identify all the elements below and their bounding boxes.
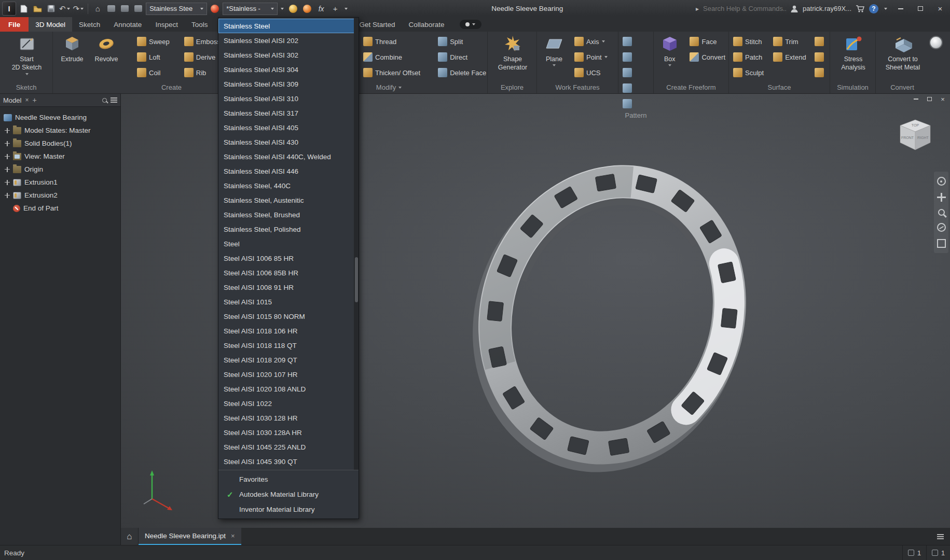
material-option[interactable]: Steel AISI 1015 bbox=[218, 295, 359, 309]
sweep-button[interactable]: Sweep bbox=[137, 34, 170, 49]
appearance-ball-orange-icon[interactable] bbox=[301, 2, 313, 16]
thicken-surface-icon[interactable] bbox=[815, 34, 824, 49]
expand-icon[interactable] bbox=[5, 128, 10, 133]
material-combo[interactable]: Stainless Stee bbox=[146, 3, 207, 15]
pattern-extra-icon[interactable] bbox=[623, 96, 632, 111]
material-option[interactable]: Steel AISI 1022 bbox=[218, 396, 359, 411]
plane-button[interactable]: Plane bbox=[541, 34, 567, 66]
help-caret-icon[interactable] bbox=[884, 8, 887, 10]
loft-button[interactable]: Loft bbox=[137, 49, 170, 65]
app-logo[interactable]: I bbox=[2, 2, 16, 16]
emboss-button[interactable]: Emboss bbox=[184, 34, 221, 49]
help-search-input[interactable] bbox=[703, 5, 786, 12]
link-icon[interactable] bbox=[132, 2, 144, 16]
shape-generator-button[interactable]: Shape Generator bbox=[492, 34, 533, 72]
expand-icon[interactable] bbox=[5, 154, 10, 159]
point-button[interactable]: Point bbox=[574, 49, 608, 65]
capture-icon[interactable] bbox=[118, 2, 131, 16]
expand-icon[interactable] bbox=[5, 193, 10, 198]
material-option[interactable]: Steel AISI 1015 80 NORM bbox=[218, 309, 359, 324]
search-expand-icon[interactable]: ▸ bbox=[696, 5, 699, 12]
thread-button[interactable]: Thread bbox=[363, 34, 420, 49]
redo-icon[interactable]: ↷ bbox=[72, 2, 85, 16]
sculpt-button[interactable]: Sculpt bbox=[733, 65, 764, 80]
minimize-button[interactable] bbox=[893, 2, 908, 16]
parameters-fx-icon[interactable]: fx bbox=[315, 2, 327, 16]
panel-caption-sketch[interactable]: Sketch bbox=[0, 81, 52, 93]
navigation-wheel-icon[interactable] bbox=[937, 177, 946, 186]
viewcube-front-label[interactable]: FRONT bbox=[901, 136, 914, 139]
stitch-button[interactable]: Stitch bbox=[733, 34, 764, 49]
material-option[interactable]: Stainless Steel bbox=[218, 19, 359, 33]
cloud-status-pill[interactable] bbox=[460, 20, 481, 29]
material-option[interactable]: Stainless Steel AISI 405 bbox=[218, 120, 359, 135]
freeform-box-button[interactable]: Box bbox=[658, 34, 681, 66]
maximize-button[interactable] bbox=[913, 2, 928, 16]
material-option[interactable]: Steel AISI 1018 209 QT bbox=[218, 353, 359, 367]
zoom-icon[interactable] bbox=[938, 209, 945, 216]
thicken-offset-button[interactable]: Thicken/ Offset bbox=[363, 65, 420, 80]
appearance-flyout-caret-icon[interactable] bbox=[281, 8, 284, 10]
rib-button[interactable]: Rib bbox=[184, 65, 221, 80]
boundary-patch-icon[interactable] bbox=[815, 49, 824, 65]
material-option[interactable]: Steel bbox=[218, 236, 359, 251]
panel-caption-pattern[interactable]: Pattern bbox=[618, 111, 653, 119]
rectangular-pattern-icon[interactable] bbox=[623, 34, 632, 49]
material-option[interactable]: Stainless Steel AISI 446 bbox=[218, 164, 359, 178]
marking-menu-icon[interactable] bbox=[929, 36, 943, 49]
home-icon[interactable]: ⌂ bbox=[91, 2, 104, 16]
trim-button[interactable]: Trim bbox=[773, 34, 806, 49]
material-option[interactable]: Steel AISI 1006 85B HR bbox=[218, 265, 359, 280]
browser-tab-close-icon[interactable]: × bbox=[25, 96, 29, 104]
library-inventor[interactable]: ✓ Inventor Material Library bbox=[218, 502, 359, 517]
browser-add-tab-icon[interactable]: + bbox=[32, 96, 36, 104]
doc-close-icon[interactable]: × bbox=[939, 95, 947, 103]
extend-button[interactable]: Extend bbox=[773, 49, 806, 65]
panel-caption-surface[interactable]: Surface bbox=[729, 81, 830, 93]
tree-item[interactable]: View: Master bbox=[0, 150, 120, 163]
convert-to-sheet-metal-button[interactable]: Convert to Sheet Metal bbox=[880, 34, 926, 72]
orbit-icon[interactable] bbox=[937, 223, 946, 232]
stress-analysis-button[interactable]: Stress Analysis bbox=[835, 34, 872, 72]
tree-item[interactable]: Extrusion2 bbox=[0, 189, 120, 202]
pan-icon[interactable] bbox=[937, 193, 946, 202]
save-icon[interactable] bbox=[45, 2, 57, 16]
derive-button[interactable]: Derive bbox=[184, 49, 221, 65]
appearance-combo[interactable]: *Stainless - bbox=[223, 3, 278, 15]
material-option[interactable]: Stainless Steel AISI 440C, Welded bbox=[218, 149, 359, 164]
tab-get-started[interactable]: Get Started bbox=[352, 17, 402, 32]
doc-restore-icon[interactable] bbox=[925, 95, 933, 103]
qat-dropdown-caret-icon[interactable] bbox=[345, 8, 348, 10]
material-option[interactable]: Stainless Steel AISI 302 bbox=[218, 48, 359, 62]
open-folder-icon[interactable] bbox=[31, 2, 44, 16]
library-autodesk[interactable]: ✓ Autodesk Material Library bbox=[218, 487, 359, 502]
material-option[interactable]: Stainless Steel, 440C bbox=[218, 178, 359, 193]
mirror-icon[interactable] bbox=[623, 80, 632, 96]
material-option[interactable]: Steel AISI 1018 118 QT bbox=[218, 338, 359, 353]
material-option[interactable]: Stainless Steel, Brushed bbox=[218, 207, 359, 222]
new-file-icon[interactable] bbox=[18, 2, 30, 16]
material-option[interactable]: Stainless Steel, Austenitic bbox=[218, 193, 359, 207]
convert-freeform-button[interactable]: Convert bbox=[690, 49, 725, 65]
library-favorites[interactable]: ✓ Favorites bbox=[218, 472, 359, 487]
material-option[interactable]: Stainless Steel AISI 317 bbox=[218, 106, 359, 120]
tab-3d-model[interactable]: 3D Model bbox=[29, 17, 72, 32]
dropdown-scrollbar[interactable] bbox=[354, 18, 359, 470]
panel-caption-create-freeform[interactable]: Create Freeform bbox=[654, 81, 728, 93]
customize-qat-plus-icon[interactable]: + bbox=[329, 2, 341, 16]
material-option[interactable]: Steel AISI 1006 85 HR bbox=[218, 251, 359, 265]
undo-icon[interactable]: ↶ bbox=[58, 2, 71, 16]
look-at-icon[interactable] bbox=[937, 239, 946, 248]
help-icon[interactable]: ? bbox=[869, 4, 878, 13]
appearance-ball-red-icon[interactable] bbox=[209, 2, 221, 16]
panel-caption-convert[interactable]: Convert bbox=[876, 81, 929, 93]
material-option[interactable]: Steel AISI 1018 106 HR bbox=[218, 324, 359, 338]
close-button[interactable]: × bbox=[932, 2, 948, 16]
document-tab[interactable]: Needle Sleeve Bearing.ipt × bbox=[139, 528, 241, 545]
undo-caret-icon[interactable] bbox=[67, 8, 70, 10]
patch-button[interactable]: Patch bbox=[733, 49, 764, 65]
material-option[interactable]: Stainless Steel AISI 309 bbox=[218, 77, 359, 91]
circular-pattern-icon[interactable] bbox=[623, 49, 632, 65]
tab-sketch[interactable]: Sketch bbox=[72, 17, 107, 32]
browser-tab-model[interactable]: Model bbox=[3, 96, 21, 104]
